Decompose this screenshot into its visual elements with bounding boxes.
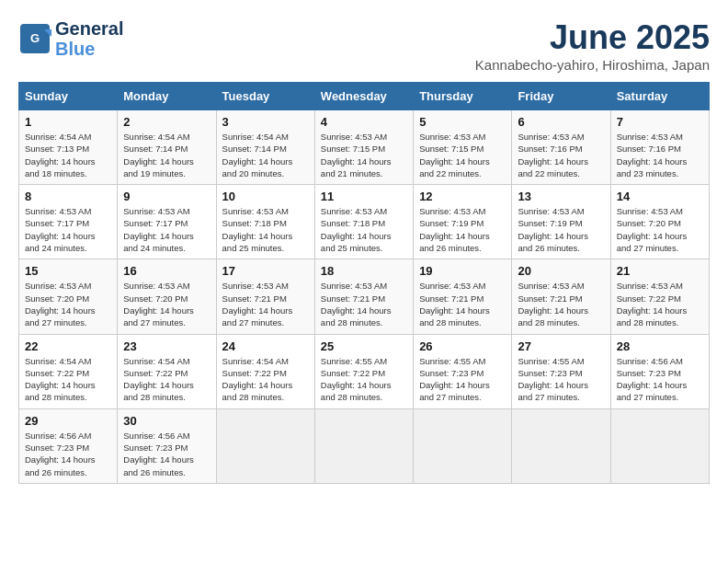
logo-icon: G xyxy=(18,22,51,55)
day-number: 18 xyxy=(321,264,407,278)
table-row: 4 Sunrise: 4:53 AM Sunset: 7:15 PM Dayli… xyxy=(314,110,413,185)
day-number: 22 xyxy=(25,339,111,353)
logo: G General Blue xyxy=(18,18,123,59)
day-number: 16 xyxy=(123,264,210,278)
day-info: Sunrise: 4:53 AM Sunset: 7:16 PM Dayligh… xyxy=(518,131,604,179)
day-number: 28 xyxy=(617,339,703,353)
day-info: Sunrise: 4:53 AM Sunset: 7:17 PM Dayligh… xyxy=(25,205,111,254)
table-row: 14 Sunrise: 4:53 AM Sunset: 7:20 PM Dayl… xyxy=(610,185,709,259)
table-row: 12 Sunrise: 4:53 AM Sunset: 7:19 PM Dayl… xyxy=(414,185,512,259)
col-tuesday: Tuesday xyxy=(216,83,314,110)
day-number: 7 xyxy=(617,115,703,129)
day-number: 21 xyxy=(617,264,703,278)
table-row: 6 Sunrise: 4:53 AM Sunset: 7:16 PM Dayli… xyxy=(512,110,610,185)
calendar-row: 15 Sunrise: 4:53 AM Sunset: 7:20 PM Dayl… xyxy=(19,259,710,334)
day-number: 25 xyxy=(321,339,407,353)
day-number: 19 xyxy=(419,264,506,278)
table-row: 18 Sunrise: 4:53 AM Sunset: 7:21 PM Dayl… xyxy=(314,259,413,334)
table-row xyxy=(610,408,709,483)
day-info: Sunrise: 4:54 AM Sunset: 7:14 PM Dayligh… xyxy=(222,131,309,179)
day-number: 13 xyxy=(518,190,604,203)
day-info: Sunrise: 4:55 AM Sunset: 7:22 PM Dayligh… xyxy=(321,355,407,404)
table-row xyxy=(414,408,512,483)
day-number: 2 xyxy=(123,115,210,129)
location: Kannabecho-yahiro, Hiroshima, Japan xyxy=(475,57,710,73)
day-number: 6 xyxy=(518,115,604,129)
day-info: Sunrise: 4:53 AM Sunset: 7:22 PM Dayligh… xyxy=(617,280,703,328)
table-row xyxy=(314,408,413,483)
day-info: Sunrise: 4:53 AM Sunset: 7:20 PM Dayligh… xyxy=(25,280,111,328)
day-number: 12 xyxy=(419,190,506,203)
day-number: 15 xyxy=(25,264,111,278)
table-row: 21 Sunrise: 4:53 AM Sunset: 7:22 PM Dayl… xyxy=(610,259,709,334)
day-info: Sunrise: 4:53 AM Sunset: 7:19 PM Dayligh… xyxy=(419,205,506,254)
col-sunday: Sunday xyxy=(19,83,118,110)
day-number: 3 xyxy=(222,115,309,129)
day-number: 14 xyxy=(617,190,703,203)
day-info: Sunrise: 4:53 AM Sunset: 7:18 PM Dayligh… xyxy=(222,205,309,254)
col-monday: Monday xyxy=(118,83,216,110)
day-number: 8 xyxy=(25,190,111,203)
day-info: Sunrise: 4:53 AM Sunset: 7:19 PM Dayligh… xyxy=(518,205,604,254)
svg-text:G: G xyxy=(30,31,40,45)
calendar-row: 29 Sunrise: 4:56 AM Sunset: 7:23 PM Dayl… xyxy=(19,408,710,483)
day-number: 27 xyxy=(518,339,604,353)
calendar-row: 8 Sunrise: 4:53 AM Sunset: 7:17 PM Dayli… xyxy=(19,185,710,259)
day-info: Sunrise: 4:56 AM Sunset: 7:23 PM Dayligh… xyxy=(123,430,210,478)
day-info: Sunrise: 4:53 AM Sunset: 7:15 PM Dayligh… xyxy=(419,131,506,179)
day-info: Sunrise: 4:54 AM Sunset: 7:22 PM Dayligh… xyxy=(25,355,111,404)
table-row: 30 Sunrise: 4:56 AM Sunset: 7:23 PM Dayl… xyxy=(118,408,216,483)
table-row xyxy=(512,408,610,483)
day-info: Sunrise: 4:54 AM Sunset: 7:22 PM Dayligh… xyxy=(123,355,210,404)
table-row: 26 Sunrise: 4:55 AM Sunset: 7:23 PM Dayl… xyxy=(414,334,512,408)
table-row: 8 Sunrise: 4:53 AM Sunset: 7:17 PM Dayli… xyxy=(19,185,118,259)
table-row: 9 Sunrise: 4:53 AM Sunset: 7:17 PM Dayli… xyxy=(118,185,216,259)
month-title: June 2025 xyxy=(475,18,710,57)
day-info: Sunrise: 4:55 AM Sunset: 7:23 PM Dayligh… xyxy=(419,355,506,404)
table-row: 25 Sunrise: 4:55 AM Sunset: 7:22 PM Dayl… xyxy=(314,334,413,408)
day-info: Sunrise: 4:53 AM Sunset: 7:21 PM Dayligh… xyxy=(222,280,309,328)
table-row: 27 Sunrise: 4:55 AM Sunset: 7:23 PM Dayl… xyxy=(512,334,610,408)
table-row xyxy=(216,408,314,483)
col-thursday: Thursday xyxy=(414,83,512,110)
table-row: 5 Sunrise: 4:53 AM Sunset: 7:15 PM Dayli… xyxy=(414,110,512,185)
day-number: 20 xyxy=(518,264,604,278)
logo-general: General xyxy=(55,18,123,39)
col-saturday: Saturday xyxy=(610,83,709,110)
day-info: Sunrise: 4:56 AM Sunset: 7:23 PM Dayligh… xyxy=(25,430,111,478)
calendar-table: Sunday Monday Tuesday Wednesday Thursday… xyxy=(18,82,710,484)
table-row: 2 Sunrise: 4:54 AM Sunset: 7:14 PM Dayli… xyxy=(118,110,216,185)
day-info: Sunrise: 4:53 AM Sunset: 7:20 PM Dayligh… xyxy=(617,205,703,254)
day-number: 4 xyxy=(321,115,407,129)
day-number: 29 xyxy=(25,414,111,428)
day-number: 11 xyxy=(321,190,407,203)
day-info: Sunrise: 4:55 AM Sunset: 7:23 PM Dayligh… xyxy=(518,355,604,404)
day-number: 26 xyxy=(419,339,506,353)
day-info: Sunrise: 4:53 AM Sunset: 7:21 PM Dayligh… xyxy=(518,280,604,328)
calendar-row: 22 Sunrise: 4:54 AM Sunset: 7:22 PM Dayl… xyxy=(19,334,710,408)
day-number: 10 xyxy=(222,190,309,203)
day-info: Sunrise: 4:53 AM Sunset: 7:15 PM Dayligh… xyxy=(321,131,407,179)
table-row: 19 Sunrise: 4:53 AM Sunset: 7:21 PM Dayl… xyxy=(414,259,512,334)
table-row: 7 Sunrise: 4:53 AM Sunset: 7:16 PM Dayli… xyxy=(610,110,709,185)
table-row: 20 Sunrise: 4:53 AM Sunset: 7:21 PM Dayl… xyxy=(512,259,610,334)
day-info: Sunrise: 4:56 AM Sunset: 7:23 PM Dayligh… xyxy=(617,355,703,404)
logo-blue: Blue xyxy=(55,39,123,59)
day-info: Sunrise: 4:53 AM Sunset: 7:17 PM Dayligh… xyxy=(123,205,210,254)
table-row: 11 Sunrise: 4:53 AM Sunset: 7:18 PM Dayl… xyxy=(314,185,413,259)
day-number: 5 xyxy=(419,115,506,129)
table-row: 28 Sunrise: 4:56 AM Sunset: 7:23 PM Dayl… xyxy=(610,334,709,408)
table-row: 17 Sunrise: 4:53 AM Sunset: 7:21 PM Dayl… xyxy=(216,259,314,334)
calendar-row: 1 Sunrise: 4:54 AM Sunset: 7:13 PM Dayli… xyxy=(19,110,710,185)
day-info: Sunrise: 4:54 AM Sunset: 7:13 PM Dayligh… xyxy=(25,131,111,179)
table-row: 15 Sunrise: 4:53 AM Sunset: 7:20 PM Dayl… xyxy=(19,259,118,334)
day-number: 24 xyxy=(222,339,309,353)
day-info: Sunrise: 4:53 AM Sunset: 7:21 PM Dayligh… xyxy=(419,280,506,328)
col-wednesday: Wednesday xyxy=(314,83,413,110)
day-info: Sunrise: 4:53 AM Sunset: 7:20 PM Dayligh… xyxy=(123,280,210,328)
day-info: Sunrise: 4:53 AM Sunset: 7:16 PM Dayligh… xyxy=(617,131,703,179)
day-info: Sunrise: 4:53 AM Sunset: 7:21 PM Dayligh… xyxy=(321,280,407,328)
day-number: 9 xyxy=(123,190,210,203)
table-row: 24 Sunrise: 4:54 AM Sunset: 7:22 PM Dayl… xyxy=(216,334,314,408)
day-number: 1 xyxy=(25,115,111,129)
